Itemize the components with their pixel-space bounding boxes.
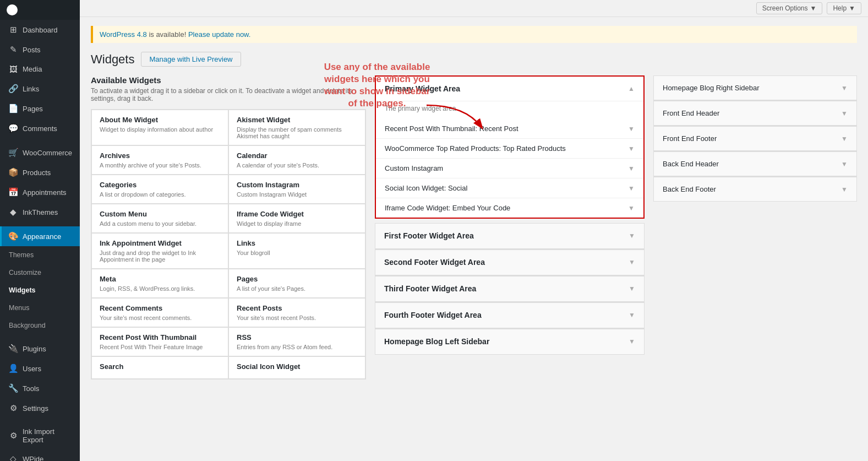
sidebar-item-appointments[interactable]: 📅 Appointments	[0, 182, 80, 202]
screen-options-chevron: ▼	[810, 4, 817, 12]
list-item[interactable]: Pages A list of your site's Pages.	[228, 269, 365, 298]
sidebar-item-posts[interactable]: ✎ Posts	[0, 40, 80, 59]
sidebar-item-products[interactable]: 📦 Products	[0, 162, 80, 182]
list-item[interactable]: Iframe Code Widget Widget to display ifr…	[228, 204, 365, 233]
appointments-icon: 📅	[8, 187, 18, 197]
sidebar-item-users[interactable]: 👤 Users	[0, 359, 80, 378]
front-end-footer-area-header[interactable]: Front End Footer ▼	[654, 127, 856, 150]
fourth-footer-title: Fourth Footer Widget Area	[384, 311, 482, 319]
list-item[interactable]: Recent Post With Thumbnail Recent Post W…	[91, 327, 228, 356]
screen-options-btn[interactable]: Screen Options ▼	[756, 2, 823, 14]
list-item[interactable]: Categories A list or dropdown of categor…	[91, 175, 228, 204]
sidebar-item-settings[interactable]: ⚙ Settings	[0, 398, 80, 418]
widget-desc: A monthly archive of your site's Posts.	[100, 162, 220, 169]
sidebar-item-links[interactable]: 🔗 Links	[0, 79, 80, 99]
widget-desc: Just drag and drop the widget to Ink App…	[100, 250, 220, 263]
fourth-footer-widget-area-header[interactable]: Fourth Footer Widget Area ▼	[375, 303, 644, 328]
sidebar-item-label: Appointments	[23, 188, 67, 197]
widget-desc: Recent Post With Their Feature Image	[100, 344, 220, 350]
list-item[interactable]: Links Your blogroll	[228, 233, 365, 269]
sidebar-item-tools[interactable]: 🔧 Tools	[0, 378, 80, 398]
second-footer-widget-area-header[interactable]: Second Footer Widget Area ▼	[375, 250, 644, 275]
list-item[interactable]: Custom Instagram Custom Instagram Widget	[228, 175, 365, 204]
third-footer-widget-area-header[interactable]: Third Footer Widget Area ▼	[375, 276, 644, 301]
sidebar-item-label: WPide	[23, 455, 43, 462]
sidebar-item-inkthemes[interactable]: ◆ InkThemes	[0, 202, 80, 222]
widget-name: Categories	[100, 181, 220, 189]
manage-live-preview-btn[interactable]: Manage with Live Preview	[141, 52, 241, 67]
widget-desc: Display the number of spam comments Akis…	[237, 126, 357, 139]
pages-icon: 📄	[8, 104, 18, 113]
sidebar-item-label: Products	[23, 169, 51, 177]
update-link[interactable]: Please update now.	[188, 30, 250, 39]
widget-desc: Your site's most recent Posts.	[237, 314, 357, 321]
available-widgets-title: Available Widgets	[91, 75, 366, 85]
list-item[interactable]: Meta Login, RSS, & WordPress.org links.	[91, 269, 228, 298]
chevron-down-icon: ▼	[629, 232, 635, 240]
sidebar-item-label: Ink Import Export	[23, 427, 73, 444]
chevron-down-icon: ▼	[628, 185, 635, 192]
sidebar-item-label: Appearance	[23, 232, 61, 241]
sidebar-item-woocommerce[interactable]: 🛒 WooCommerce	[0, 143, 80, 162]
list-item[interactable]: About Me Widget Widget to display inform…	[91, 110, 228, 145]
inkthemes-icon: ◆	[8, 207, 18, 217]
widget-desc: A calendar of your site's Posts.	[237, 162, 357, 169]
list-item[interactable]: Custom Instagram ▼	[376, 159, 643, 178]
list-item[interactable]: Recent Posts Your site's most recent Pos…	[228, 298, 365, 327]
sidebar-item-pages[interactable]: 📄 Pages	[0, 99, 80, 118]
comments-icon: 💬	[8, 123, 18, 133]
wp-logo-icon	[7, 4, 18, 15]
first-footer-widget-area-header[interactable]: First Footer Widget Area ▼	[375, 224, 644, 248]
list-item[interactable]: Iframe Code Widget: Embed Your Code ▼	[376, 198, 643, 218]
wp-version-link[interactable]: WordPress 4.8	[100, 30, 147, 39]
sidebar-subitem-themes[interactable]: Themes	[0, 246, 80, 264]
primary-widget-area-title: Primary Widget Area	[385, 84, 460, 93]
sidebar-item-plugins[interactable]: 🔌 Plugins	[0, 339, 80, 359]
chevron-down-icon: ▼	[629, 258, 635, 266]
list-item[interactable]: Archives A monthly archive of your site'…	[91, 145, 228, 175]
sidebar-logo	[0, 0, 80, 20]
sidebar-subitem-background[interactable]: Background	[0, 317, 80, 334]
sidebar-item-label: Users	[23, 365, 41, 373]
back-end-footer-area: Back End Footer ▼	[653, 177, 857, 202]
list-item[interactable]: Akismet Widget Display the number of spa…	[228, 110, 365, 145]
help-chevron: ▼	[849, 4, 855, 12]
list-item[interactable]: Social Icon Widget: Social ▼	[376, 178, 643, 198]
sidebar-subitem-customize[interactable]: Customize	[0, 264, 80, 281]
list-item[interactable]: Calendar A calendar of your site's Posts…	[228, 145, 365, 175]
help-btn[interactable]: Help ▼	[827, 2, 861, 14]
products-icon: 📦	[8, 167, 18, 177]
list-item[interactable]: Recent Post With Thumbnail: Recent Post …	[376, 119, 643, 139]
sidebar-subitem-widgets[interactable]: Widgets	[0, 281, 80, 299]
list-item[interactable]: Social Icon Widget	[228, 356, 365, 379]
chevron-down-icon: ▼	[841, 135, 848, 143]
list-item[interactable]: Ink Appointment Widget Just drag and dro…	[91, 233, 228, 269]
front-end-header-area-header[interactable]: Front End Header ▼	[654, 101, 856, 125]
primary-widget-area: Primary Widget Area ▲ The primary widget…	[375, 75, 645, 219]
sidebar-subitem-label: Customize	[9, 269, 41, 276]
back-end-header-area-header[interactable]: Back End Header ▼	[654, 152, 856, 176]
sidebar-item-comments[interactable]: 💬 Comments	[0, 118, 80, 138]
fourth-footer-widget-area: Fourth Footer Widget Area ▼	[375, 302, 645, 328]
sidebar-item-label: Pages	[23, 105, 43, 113]
widget-desc: Add a custom menu to your sidebar.	[100, 220, 220, 227]
sidebar-item-wpide[interactable]: ◇ WPide	[0, 449, 80, 461]
homepage-blog-right-sidebar-header[interactable]: Homepage Blog Right Sidebar ▼	[654, 76, 856, 100]
sidebar-item-media[interactable]: 🖼 Media	[0, 59, 80, 79]
right-area-title: Homepage Blog Right Sidebar	[663, 84, 760, 92]
sidebar-item-appearance[interactable]: 🎨 Appearance	[0, 226, 80, 246]
sidebar-subitem-menus[interactable]: Menus	[0, 299, 80, 317]
list-item[interactable]: Custom Menu Add a custom menu to your si…	[91, 204, 228, 233]
list-item[interactable]: Search	[91, 356, 228, 379]
homepage-blog-left-sidebar-header[interactable]: Homepage Blog Left Sidebar ▼	[375, 329, 644, 354]
back-end-footer-area-header[interactable]: Back End Footer ▼	[654, 177, 856, 201]
list-item[interactable]: RSS Entries from any RSS or Atom feed.	[228, 327, 365, 356]
widget-desc: A list or dropdown of categories.	[100, 191, 220, 198]
chevron-down-icon: ▼	[841, 110, 848, 117]
primary-widget-area-header[interactable]: Primary Widget Area ▲	[376, 77, 643, 101]
sidebar-item-ink-import-export[interactable]: ⚙ Ink Import Export	[0, 422, 80, 449]
chevron-down-icon: ▼	[628, 204, 635, 212]
list-item[interactable]: WooCommerce Top Rated Products: Top Rate…	[376, 139, 643, 159]
sidebar-item-dashboard[interactable]: ⊞ Dashboard	[0, 20, 80, 40]
list-item[interactable]: Recent Comments Your site's most recent …	[91, 298, 228, 327]
